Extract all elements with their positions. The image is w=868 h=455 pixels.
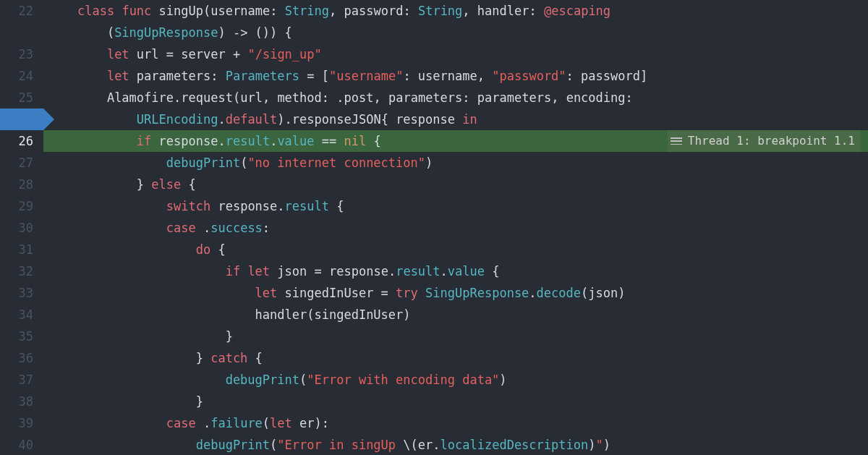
code-token: default: [226, 112, 278, 127]
code-token: [277, 286, 284, 300]
code-token: url: [137, 47, 159, 61]
code-token: =: [307, 264, 329, 278]
code-token: +: [226, 47, 248, 61]
code-token: {: [247, 351, 262, 365]
line-number[interactable]: 30: [0, 217, 33, 239]
line-number[interactable]: 28: [0, 174, 33, 195]
line-number[interactable]: 22: [0, 0, 33, 22]
line-number[interactable]: 29: [0, 195, 33, 217]
code-line[interactable]: case .failure(let er):: [43, 412, 868, 434]
line-number[interactable]: 27: [0, 152, 33, 174]
breakpoint-marker[interactable]: [0, 109, 43, 130]
code-token: ,: [551, 90, 566, 105]
code-token: @escaping: [544, 4, 610, 18]
code-token: debugPrint: [226, 373, 299, 387]
code-token: [114, 4, 122, 18]
code-token: {: [329, 199, 344, 213]
code-token: {: [210, 242, 225, 257]
code-editor: 2223242526272829303132333435363738394041…: [0, 0, 868, 455]
code-token: [48, 373, 226, 387]
code-token: URLEncoding: [137, 112, 218, 127]
code-token: result: [396, 264, 440, 278]
code-token: "Error in singUp: [277, 438, 403, 452]
code-token: let: [255, 286, 278, 300]
code-token: = [: [299, 69, 329, 83]
code-token: \(: [403, 438, 417, 452]
code-token: ): [499, 373, 506, 387]
code-token: (: [203, 4, 210, 18]
code-token: ,: [263, 90, 277, 105]
code-line[interactable]: } else {: [43, 174, 868, 195]
code-token: [48, 112, 137, 127]
line-number[interactable]: 39: [0, 412, 33, 434]
code-line[interactable]: switch response.result {: [43, 195, 868, 217]
code-token: [48, 199, 166, 213]
code-line[interactable]: (SingUpResponse) -> ()) {: [43, 22, 868, 43]
line-number[interactable]: 25: [0, 87, 33, 109]
code-token: ": [595, 438, 603, 452]
code-line[interactable]: do {: [43, 239, 868, 260]
code-token: ): [425, 156, 433, 170]
code-line[interactable]: let url = server + "/sign_up": [43, 43, 868, 65]
code-token: username: [210, 4, 270, 18]
code-token: ): [603, 438, 610, 452]
code-token: :: [403, 69, 417, 83]
code-token: :: [566, 69, 581, 83]
code-line[interactable]: }: [43, 326, 868, 347]
code-line[interactable]: Alamofire.request(url, method: .post, pa…: [43, 87, 868, 109]
code-token: ) -> ()) {: [218, 25, 292, 40]
code-token: }: [48, 177, 151, 192]
code-token: method: [277, 90, 321, 105]
line-number[interactable]: 23: [0, 43, 33, 65]
line-number[interactable]: 40: [0, 434, 33, 455]
code-token: ]: [640, 69, 647, 83]
code-line[interactable]: let parameters: Parameters = ["username"…: [43, 65, 868, 87]
code-token: in: [462, 112, 477, 127]
line-number-gutter[interactable]: 2223242526272829303132333435363738394041: [0, 0, 43, 455]
code-token: "no internet connection": [247, 156, 425, 170]
code-line[interactable]: debugPrint("Error with encoding data"): [43, 369, 868, 391]
code-line[interactable]: let singedInUser = try SingUpResponse.de…: [43, 282, 868, 304]
thread-breakpoint-badge[interactable]: Thread 1: breakpoint 1.1: [668, 130, 861, 152]
line-number[interactable]: 35: [0, 326, 33, 347]
code-token: "/sign_up": [247, 47, 321, 61]
code-token: String: [418, 4, 462, 18]
code-token: .: [218, 112, 225, 127]
code-line[interactable]: case .success:: [43, 217, 868, 239]
line-number[interactable]: 38: [0, 391, 33, 412]
line-number[interactable]: 36: [0, 347, 33, 369]
line-number[interactable]: 24: [0, 65, 33, 87]
line-number[interactable]: 33: [0, 282, 33, 304]
line-number[interactable]: 34: [0, 304, 33, 326]
code-token: Parameters: [226, 69, 299, 83]
code-token: :: [270, 4, 284, 18]
code-area[interactable]: class func singUp(username: String, pass…: [43, 0, 868, 455]
code-token: (: [263, 416, 270, 430]
code-token: password: [344, 4, 404, 18]
line-number[interactable]: 31: [0, 239, 33, 260]
code-line[interactable]: debugPrint("Error in singUp \(er.localiz…: [43, 434, 868, 455]
code-line[interactable]: handler(singedInUser): [43, 304, 868, 326]
line-number[interactable]: 37: [0, 369, 33, 391]
line-number[interactable]: 26: [0, 130, 33, 152]
code-token: SingUpResponse: [425, 286, 529, 300]
code-line[interactable]: debugPrint("no internet connection"): [43, 152, 868, 174]
code-token: singUp: [159, 4, 203, 18]
code-token: decode: [537, 286, 581, 300]
code-token: singedInUser: [285, 286, 374, 300]
code-token: .: [218, 134, 225, 148]
code-line[interactable]: } catch {: [43, 347, 868, 369]
code-token: .: [388, 264, 396, 278]
code-line[interactable]: }: [43, 391, 868, 412]
code-token: {: [181, 177, 195, 192]
code-line[interactable]: URLEncoding.default).responseJSON{ respo…: [43, 109, 868, 130]
code-token: ): [618, 286, 625, 300]
code-token: [48, 438, 196, 452]
line-number[interactable]: 32: [0, 260, 33, 282]
code-line[interactable]: if response.result.value == nil {Thread …: [43, 130, 868, 152]
code-token: url: [240, 90, 263, 105]
code-line[interactable]: if let json = response.result.value {: [43, 260, 868, 282]
code-token: parameters: [137, 69, 210, 83]
code-token: json: [588, 286, 618, 300]
code-line[interactable]: class func singUp(username: String, pass…: [43, 0, 868, 22]
